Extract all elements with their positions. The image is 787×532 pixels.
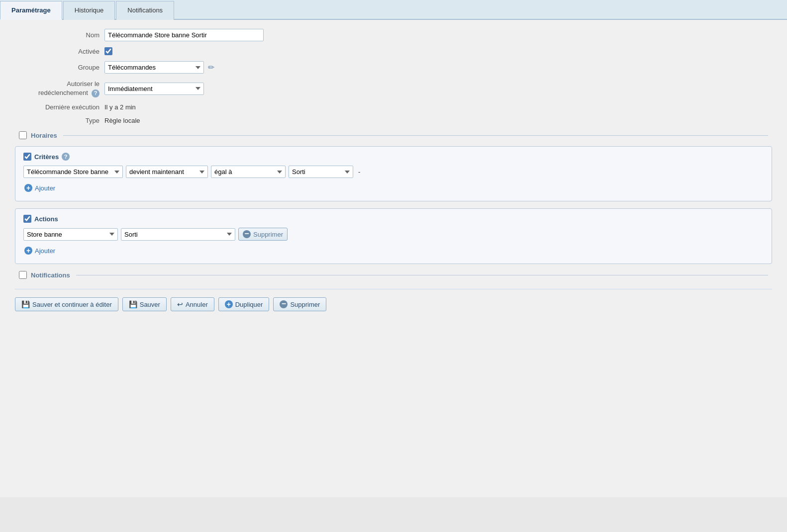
notifications-divider-line [76, 275, 768, 275]
criteria-field2-select[interactable]: devient maintenant [126, 166, 208, 178]
delete-button[interactable]: − Supprimer [273, 297, 326, 311]
autoriser-select[interactable]: Immédiatement Jamais Après délai [104, 83, 204, 95]
type-label: Type [15, 117, 99, 124]
footer-buttons: 💾 Sauver et continuer à éditer 💾 Sauver … [15, 289, 772, 311]
cancel-button[interactable]: ↩ Annuler [171, 297, 214, 311]
notifications-label: Notifications [31, 271, 70, 279]
autoriser-help-icon: ? [92, 89, 99, 97]
actions-label: Actions [34, 215, 58, 223]
tabs-bar: Paramétrage Historique Notifications [0, 0, 787, 20]
nom-row: Nom [15, 29, 772, 41]
criteres-add-button[interactable]: + Ajouter [23, 182, 56, 194]
actions-header: Actions [23, 215, 764, 223]
groupe-row: Groupe Télécommandes Autre groupe ✏ [15, 61, 772, 74]
criteria-field4-select[interactable]: Sorti [289, 166, 353, 178]
groupe-select[interactable]: Télécommandes Autre groupe [104, 61, 204, 74]
groupe-label: Groupe [15, 64, 99, 71]
tab-historique[interactable]: Historique [63, 1, 115, 20]
groupe-edit-icon[interactable]: ✏ [208, 63, 214, 72]
type-row: Type Règle locale [15, 117, 772, 124]
tab-parametrage[interactable]: Paramétrage [0, 1, 62, 20]
criteres-help-icon: ? [62, 153, 70, 161]
actions-add-icon: + [24, 247, 32, 255]
derniere-execution-value: Il y a 2 min [104, 103, 136, 111]
actions-checkbox[interactable] [23, 215, 31, 223]
actions-panel: Actions Store banne Sorti − Supprimer + … [15, 208, 772, 264]
criteres-header: Critères ? [23, 153, 764, 161]
activee-row: Activée [15, 47, 772, 55]
criteria-row-1: Télécommande Store banne devient mainten… [23, 166, 764, 178]
action-supprimer-button[interactable]: − Supprimer [238, 228, 288, 241]
notifications-checkbox[interactable] [19, 271, 27, 279]
horaires-section-divider: Horaires [15, 131, 772, 139]
criteres-checkbox[interactable] [23, 153, 31, 161]
duplicate-button[interactable]: + Dupliquer [218, 297, 270, 311]
save-icon: 💾 [129, 300, 137, 308]
nom-label: Nom [15, 31, 99, 39]
criteria-dash: - [358, 168, 360, 176]
autoriser-row: Autoriser le redéclenchement ? Immédiate… [15, 80, 772, 97]
horaires-divider-line [63, 135, 768, 136]
notifications-section-divider: Notifications [15, 271, 772, 279]
main-content: Nom Activée Groupe Télécommandes Autre g… [0, 20, 787, 497]
save-continue-icon: 💾 [21, 300, 30, 308]
criteres-panel: Critères ? Télécommande Store banne devi… [15, 146, 772, 201]
derniere-execution-row: Dernière exécution Il y a 2 min [15, 103, 772, 111]
autoriser-label: Autoriser le redéclenchement ? [15, 80, 99, 97]
action-row-1: Store banne Sorti − Supprimer [23, 228, 764, 241]
criteria-field1-select[interactable]: Télécommande Store banne [23, 166, 123, 178]
horaires-checkbox[interactable] [19, 131, 27, 139]
cancel-icon: ↩ [177, 300, 183, 308]
save-button[interactable]: 💾 Sauver [122, 297, 167, 311]
actions-add-button[interactable]: + Ajouter [23, 245, 56, 257]
action-field2-select[interactable]: Sorti [121, 228, 235, 241]
activee-checkbox[interactable] [104, 47, 112, 55]
delete-icon: − [280, 300, 288, 308]
action-field1-select[interactable]: Store banne [23, 228, 118, 241]
type-value: Règle locale [104, 117, 140, 124]
criteres-label: Critères [34, 153, 59, 161]
criteres-add-icon: + [24, 184, 32, 192]
nom-input[interactable] [104, 29, 264, 41]
action-remove-icon: − [243, 230, 251, 238]
activee-label: Activée [15, 48, 99, 55]
derniere-execution-label: Dernière exécution [15, 103, 99, 111]
horaires-label: Horaires [31, 132, 57, 139]
criteria-field3-select[interactable]: égal à [211, 166, 286, 178]
save-continue-button[interactable]: 💾 Sauver et continuer à éditer [15, 297, 118, 311]
duplicate-icon: + [225, 300, 233, 308]
tab-notifications[interactable]: Notifications [116, 1, 174, 20]
